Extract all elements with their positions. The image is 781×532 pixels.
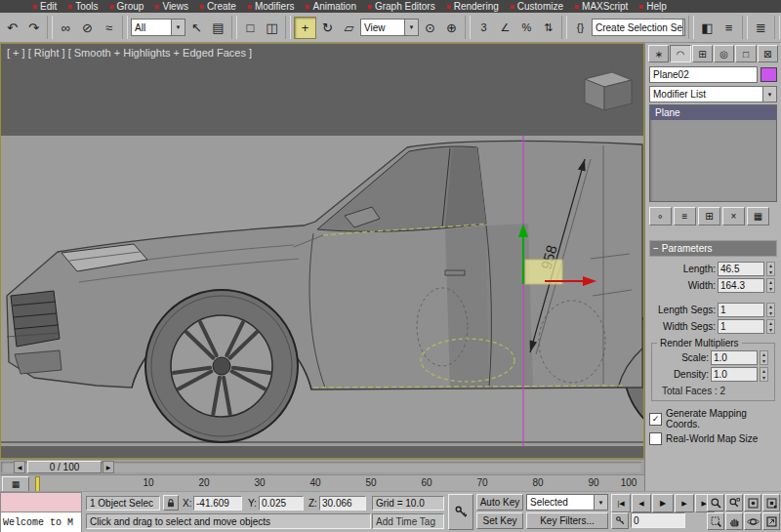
length-segs-field[interactable]: 1 xyxy=(718,303,764,317)
scale-field[interactable]: 1.0 xyxy=(711,350,758,365)
menu-item-edit[interactable]: Edit xyxy=(27,0,62,13)
menu-item-group[interactable]: Group xyxy=(104,0,150,13)
time-slider[interactable]: ◀ 0 / 100 ▶ xyxy=(0,459,644,474)
zoom-button[interactable] xyxy=(707,494,724,512)
chevron-down-icon[interactable]: ▼ xyxy=(171,20,185,35)
open-mini-curve-editor-button[interactable]: ▦ xyxy=(2,476,29,492)
modifier-stack[interactable]: Plane xyxy=(649,104,777,202)
selection-filter-combo[interactable]: All ▼ xyxy=(131,19,185,36)
scene-object-icon[interactable] xyxy=(585,72,632,110)
make-unique-button[interactable]: ⊞ xyxy=(698,207,720,225)
menu-item-graph-editors[interactable]: Graph Editors xyxy=(362,0,441,13)
pin-stack-button[interactable]: ∘ xyxy=(649,207,672,225)
y-coord-field[interactable]: 0.025 xyxy=(259,496,304,511)
menu-item-create[interactable]: Create xyxy=(194,0,242,13)
tab-modify[interactable]: ◠ xyxy=(670,45,690,62)
width-spinner[interactable]: ▴▾ xyxy=(766,278,775,293)
mirror-button[interactable]: ◧ xyxy=(697,18,718,38)
stack-item-plane[interactable]: Plane xyxy=(650,105,776,120)
chevron-down-icon[interactable]: ▼ xyxy=(404,20,418,35)
x-coord-field[interactable]: -41.609 xyxy=(193,496,242,511)
maximize-viewport-button[interactable] xyxy=(762,512,780,530)
z-coord-field[interactable]: 30.066 xyxy=(319,496,366,511)
current-frame-field[interactable]: 0 xyxy=(631,512,685,528)
maxscript-mini-listener[interactable]: Welcome to M xyxy=(0,512,82,532)
length-spinner[interactable]: ▴▾ xyxy=(766,262,775,276)
length-segs-spinner[interactable]: ▴▾ xyxy=(766,303,775,317)
time-slider-handle[interactable]: 0 / 100 xyxy=(27,461,102,473)
zoom-all-button[interactable] xyxy=(725,494,743,512)
select-by-name-button[interactable]: ▤ xyxy=(208,18,228,38)
show-end-result-button[interactable]: ≡ xyxy=(674,207,696,225)
pivot-center-button[interactable]: ⊙ xyxy=(420,18,440,38)
set-key-button[interactable]: Set Key xyxy=(476,512,523,529)
select-scale-button[interactable]: ▱ xyxy=(339,18,359,38)
width-segs-spinner[interactable]: ▴▾ xyxy=(766,319,775,334)
density-field[interactable]: 1.0 xyxy=(711,367,758,382)
add-time-tag-field[interactable]: Add Time Tag xyxy=(372,513,444,529)
tab-motion[interactable]: ◎ xyxy=(714,45,734,62)
selection-lock-button[interactable] xyxy=(163,495,179,511)
zoom-region-button[interactable] xyxy=(707,512,724,530)
previous-frame-transport-button[interactable]: ◀ xyxy=(632,494,651,512)
tab-create[interactable]: ∗ xyxy=(648,45,669,62)
angle-snap-button[interactable]: ∠ xyxy=(495,18,515,38)
named-sets-combo[interactable]: Create Selection Se ▼ xyxy=(592,19,685,36)
configure-modifier-sets-button[interactable]: ▦ xyxy=(747,207,769,225)
select-link-button[interactable]: ∞ xyxy=(56,18,76,38)
menu-item-tools[interactable]: Tools xyxy=(62,0,103,13)
undo-button[interactable]: ↶ xyxy=(2,18,22,38)
chevron-down-icon[interactable]: ▼ xyxy=(682,20,685,35)
select-manipulate-button[interactable]: ⊕ xyxy=(441,18,462,38)
pan-button[interactable] xyxy=(725,512,743,530)
key-filters-button[interactable]: Key Filters... xyxy=(526,512,608,529)
length-field[interactable]: 46.5 xyxy=(718,262,764,276)
select-object-button[interactable]: ↖ xyxy=(186,18,207,38)
modifier-list-combo[interactable]: Modifier List ▼ xyxy=(649,86,777,102)
play-animation-button[interactable]: ▶ xyxy=(652,494,674,512)
tab-hierarchy[interactable]: ⊞ xyxy=(692,45,713,62)
menu-item-rendering[interactable]: Rendering xyxy=(441,0,505,13)
key-mode-toggle-button[interactable] xyxy=(611,512,629,529)
percent-snap-button[interactable]: % xyxy=(516,18,537,38)
bind-spacewarp-button[interactable]: ≈ xyxy=(99,18,119,38)
width-field[interactable]: 164.3 xyxy=(718,278,764,293)
menu-item-help[interactable]: Help xyxy=(634,0,673,13)
align-button[interactable]: ≡ xyxy=(719,18,739,38)
orbit-button[interactable] xyxy=(744,512,761,530)
rect-selection-region-button[interactable]: □ xyxy=(240,18,261,38)
menu-item-maxscript[interactable]: MAXScript xyxy=(569,0,634,13)
window-crossing-button[interactable]: ◫ xyxy=(262,18,282,38)
object-name-field[interactable]: Plane02 xyxy=(649,66,758,83)
named-selection-sets-button[interactable]: {} xyxy=(570,18,591,38)
next-frame-button[interactable]: ▶ xyxy=(103,461,114,473)
next-frame-transport-button[interactable]: ▶ xyxy=(675,494,694,512)
viewport-label[interactable]: [ + ] [ Right ] [ Smooth + Highlights + … xyxy=(7,47,252,59)
menu-item-views[interactable]: Views xyxy=(149,0,194,13)
set-keys-button[interactable] xyxy=(448,494,473,530)
previous-frame-button[interactable]: ◀ xyxy=(14,461,25,473)
track-bar[interactable]: ▦ 10 20 30 40 50 60 70 80 90 100 xyxy=(0,474,644,491)
spinner-snap-button[interactable]: ⇅ xyxy=(538,18,558,38)
tab-display[interactable]: □ xyxy=(735,45,756,62)
layer-manager-button[interactable]: ≣ xyxy=(751,18,771,38)
scale-spinner[interactable]: ▴▾ xyxy=(760,350,768,365)
chevron-down-icon[interactable]: ▼ xyxy=(594,495,607,510)
zoom-extents-all-button[interactable] xyxy=(762,494,780,512)
key-filter-set-combo[interactable]: Selected ▼ xyxy=(526,494,608,511)
select-move-button[interactable]: + xyxy=(294,17,316,39)
real-world-map-size-checkbox[interactable] xyxy=(649,432,662,445)
redo-button[interactable]: ↷ xyxy=(23,18,44,38)
menu-item-modifiers[interactable]: Modifiers xyxy=(242,0,301,13)
viewport-right[interactable]: 958 [ + ] [ Right ] [ Smooth + Highlight… xyxy=(0,43,644,459)
macro-recorder-pane[interactable] xyxy=(0,492,82,512)
snaps-toggle-button[interactable]: 3 xyxy=(473,18,494,38)
remove-modifier-button[interactable]: × xyxy=(722,207,745,225)
chevron-down-icon[interactable]: ▼ xyxy=(762,87,776,102)
zoom-extents-button[interactable] xyxy=(744,494,761,512)
parameters-rollout-header[interactable]: − Parameters xyxy=(649,240,777,257)
current-frame-marker[interactable] xyxy=(35,476,40,492)
density-spinner[interactable]: ▴▾ xyxy=(760,367,768,382)
menu-item-customize[interactable]: Customize xyxy=(505,0,569,13)
coord-system-combo[interactable]: View ▼ xyxy=(360,19,419,36)
